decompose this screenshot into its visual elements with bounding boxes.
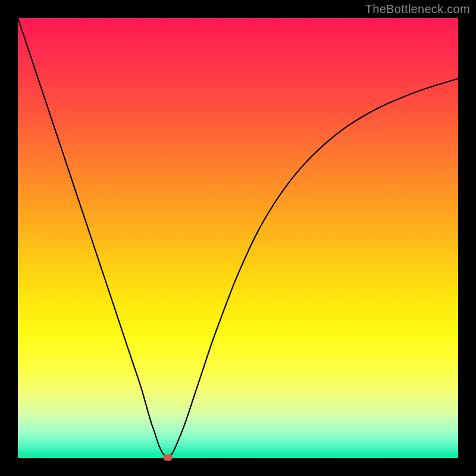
chart-gradient-background [18,18,458,458]
watermark-text: TheBottleneck.com [365,2,470,16]
chart-container: TheBottleneck.com [0,0,476,476]
